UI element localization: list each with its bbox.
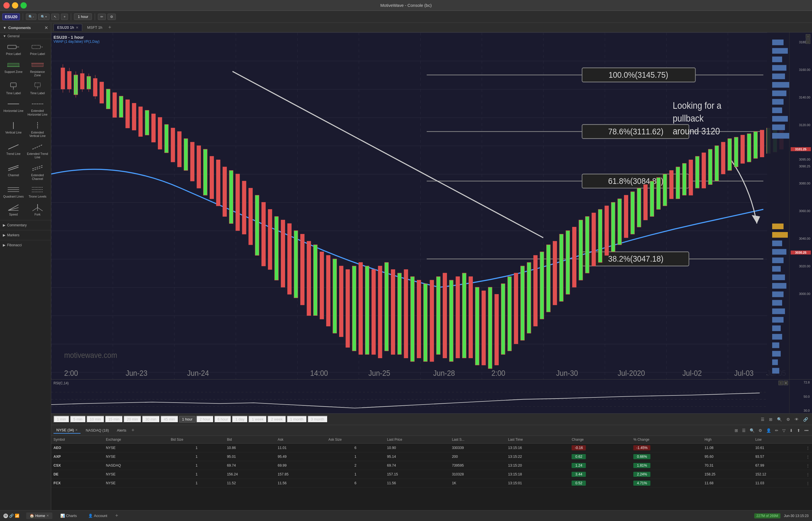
- sidebar-item-price-label-2[interactable]: Price Label: [26, 41, 49, 58]
- col-last-s[interactable]: Last S...: [450, 436, 506, 444]
- sidebar-close-btn[interactable]: ✕: [44, 25, 48, 30]
- timeframe-selector[interactable]: 1 hour: [74, 14, 92, 20]
- eye-btn[interactable]: 👁: [793, 416, 800, 422]
- sidebar-item-horizontal-line[interactable]: Horizontal Line: [2, 98, 25, 118]
- col-bid-size[interactable]: Bid Size: [168, 436, 224, 444]
- col-high[interactable]: High: [702, 436, 753, 444]
- sidebar-item-ext-horizontal-line[interactable]: Extended Horizontal Line: [26, 98, 49, 118]
- sidebar-item-tirone-levels[interactable]: Tirone Levels: [26, 183, 49, 201]
- sidebar-toggle[interactable]: ▼ Components: [3, 26, 31, 30]
- table-row[interactable]: AXP NYSE 1 95.01 95.49 1 95.14 200 13:15…: [51, 452, 812, 461]
- link-icon-bottom[interactable]: 🔗: [9, 514, 14, 518]
- col-symbol[interactable]: Symbol: [51, 436, 103, 444]
- time-5min[interactable]: 5 min: [70, 416, 86, 423]
- sidebar-item-vertical-line[interactable]: Vertical Line: [2, 119, 25, 140]
- watchlist-tab-nyse[interactable]: NYSE (34) ✕: [53, 427, 80, 434]
- col-exchange[interactable]: Exchange: [103, 436, 168, 444]
- time-1day[interactable]: 1 day: [232, 416, 248, 423]
- bottom-tab-home[interactable]: 🏠 Home ✕: [26, 513, 52, 519]
- rsi-close-btn[interactable]: ✕: [784, 381, 788, 385]
- sidebar-item-ext-trend-line[interactable]: Extended Trend Line: [26, 141, 49, 161]
- rsi-chart[interactable]: RSI(C,14) ↑ ✕: [51, 380, 789, 413]
- collapse-btn[interactable]: ↓: [806, 39, 810, 44]
- sidebar-item-speed[interactable]: Speed: [2, 201, 25, 219]
- time-6hour[interactable]: 6 hour: [214, 416, 232, 423]
- time-2hour[interactable]: 2 hour: [196, 416, 214, 423]
- cell-more[interactable]: ⋮: [804, 470, 812, 479]
- expand-btn[interactable]: ↑: [806, 34, 810, 39]
- wifi-icon[interactable]: W: [3, 514, 8, 518]
- list-view-btn[interactable]: ☰: [759, 416, 766, 422]
- col-bid[interactable]: Bid: [225, 436, 276, 444]
- crosshair-btn[interactable]: +: [61, 14, 68, 20]
- time-2week[interactable]: 2 week: [267, 416, 286, 423]
- settings-btn-chart[interactable]: ⚙: [785, 416, 792, 422]
- table-row[interactable]: AEO NYSE 1 10.86 11.01 6 10.90 330339 13…: [51, 444, 812, 452]
- time-1week[interactable]: 1 week: [248, 416, 267, 423]
- search-btn-chart[interactable]: 🔍: [775, 416, 784, 422]
- maximize-button[interactable]: [21, 2, 27, 8]
- sidebar-item-ext-vertical-line[interactable]: Extended Vertical Line: [26, 119, 49, 140]
- chart-canvas[interactable]: ESU20 - 1 hour VWAP (1 day,false) VP(1,D…: [51, 32, 789, 379]
- time-10min[interactable]: 10 min: [87, 416, 104, 423]
- minimize-button[interactable]: [12, 2, 18, 8]
- watchlist-grid-btn[interactable]: ⊞: [734, 428, 739, 433]
- watchlist-pencil-btn[interactable]: ✏: [774, 428, 780, 433]
- cell-more[interactable]: ⋮: [804, 452, 812, 461]
- sidebar-item-channel[interactable]: Channel: [2, 162, 25, 183]
- watchlist-search-btn[interactable]: 🔍: [748, 428, 756, 433]
- chart-tab-msft[interactable]: MSFT 1h: [83, 24, 106, 31]
- cursor-btn[interactable]: ↖: [51, 14, 59, 20]
- time-3month[interactable]: 3 month: [308, 416, 328, 423]
- zoom-out-btn[interactable]: 🔍-: [26, 14, 37, 20]
- cell-more[interactable]: ⋮: [804, 479, 812, 488]
- close-button[interactable]: [3, 2, 10, 8]
- fibonacci-toggle[interactable]: ▶ Fibonacci: [0, 242, 51, 249]
- sidebar-item-quadrant-lines[interactable]: Quadrant Lines: [2, 183, 25, 201]
- home-tab-close[interactable]: ✕: [46, 514, 49, 518]
- sidebar-item-time-label-1[interactable]: Time Label: [2, 80, 25, 97]
- chart-tab-esu20-close[interactable]: ✕: [76, 26, 78, 30]
- col-last-time[interactable]: Last Time: [506, 436, 570, 444]
- symbol-selector[interactable]: ESU20: [2, 14, 20, 20]
- col-last-price[interactable]: Last Price: [385, 436, 450, 444]
- time-30min[interactable]: 30 min: [142, 416, 160, 423]
- watchlist-settings-btn[interactable]: ⚙: [757, 428, 763, 433]
- col-ask[interactable]: Ask: [276, 436, 326, 444]
- sidebar-item-support-zone[interactable]: Support Zone: [2, 59, 25, 80]
- signal-icon-bottom[interactable]: 📶: [15, 514, 19, 518]
- col-change[interactable]: Change: [569, 436, 631, 444]
- watchlist-export-btn[interactable]: ⬆: [796, 428, 802, 433]
- table-row[interactable]: FCX NYSE 1 11.52 11.56 6 11.56 1K 13:15:…: [51, 479, 812, 488]
- time-1hour[interactable]: 1 hour: [179, 416, 196, 423]
- cell-more[interactable]: ⋮: [804, 444, 812, 452]
- sidebar-item-extended-channel[interactable]: Extended Channel: [26, 162, 49, 183]
- bottom-add-tab[interactable]: +: [115, 513, 118, 519]
- settings-btn[interactable]: ⚙: [108, 14, 116, 20]
- time-45min[interactable]: 45 min: [161, 416, 178, 423]
- commentary-toggle[interactable]: ▶ Commentary: [0, 222, 51, 229]
- sidebar-item-fork[interactable]: Fork: [26, 201, 49, 219]
- bottom-tab-charts[interactable]: 📊 Charts: [57, 513, 80, 519]
- chart-tab-add[interactable]: +: [107, 24, 112, 30]
- watchlist-list-btn[interactable]: ☰: [741, 428, 747, 433]
- table-row[interactable]: CSX NASDAQ 1 69.74 69.99 2 69.74 739595 …: [51, 461, 812, 470]
- col-change-pct[interactable]: % Change: [631, 436, 702, 444]
- time-1min[interactable]: 1 min: [53, 416, 69, 423]
- watchlist-tab-add[interactable]: +: [132, 427, 135, 433]
- draw-btn[interactable]: ✏: [98, 14, 106, 20]
- watchlist-more-btn[interactable]: •••: [803, 428, 810, 433]
- watchlist-account-btn[interactable]: 👤: [765, 428, 772, 433]
- col-ask-size[interactable]: Ask Size: [326, 436, 385, 444]
- watchlist-download-btn[interactable]: ⬇: [788, 428, 794, 433]
- watchlist-tab-nasdaq[interactable]: NASDAQ (18): [83, 427, 112, 433]
- bottom-tab-account[interactable]: 👤 Account: [85, 513, 111, 519]
- rsi-expand-btn[interactable]: ↑: [779, 381, 783, 385]
- link-btn[interactable]: 🔗: [802, 416, 810, 422]
- col-low[interactable]: Low: [753, 436, 804, 444]
- sidebar-item-price-label-1[interactable]: Price Label: [2, 41, 25, 58]
- zoom-in-btn[interactable]: 🔍+: [38, 14, 49, 20]
- time-15min[interactable]: 15 min: [105, 416, 123, 423]
- nyse-tab-close[interactable]: ✕: [75, 428, 78, 432]
- sidebar-item-trend-line[interactable]: Trend Line: [2, 141, 25, 161]
